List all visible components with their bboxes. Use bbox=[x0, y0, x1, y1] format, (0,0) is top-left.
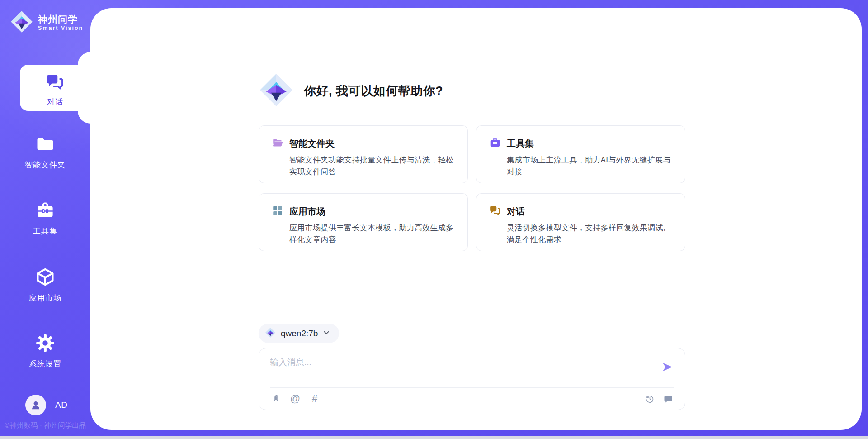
card-title: 对话 bbox=[507, 205, 525, 218]
sidebar-item-settings[interactable]: 系统设置 bbox=[0, 333, 90, 369]
card-description: 智能文件夹功能支持批量文件上传与清洗，轻松实现文件问答 bbox=[272, 154, 455, 178]
brand-diamond-icon bbox=[10, 10, 33, 35]
toolbox-icon bbox=[489, 137, 501, 150]
composer-divider bbox=[270, 387, 674, 388]
model-diamond-icon bbox=[265, 327, 276, 340]
sidebar-item-smart-folder[interactable]: 智能文件夹 bbox=[0, 135, 90, 170]
chat-icon bbox=[46, 72, 65, 93]
message-input[interactable] bbox=[270, 357, 650, 382]
sidebar-item-chat[interactable]: 对话 bbox=[20, 65, 92, 111]
tab-curve-bottom bbox=[78, 111, 90, 124]
sidebar-item-label: 工具集 bbox=[33, 226, 57, 236]
user-account[interactable]: AD bbox=[25, 395, 67, 415]
grid-icon bbox=[272, 205, 283, 218]
toolbox-icon bbox=[35, 201, 55, 222]
chat-bubble-button[interactable] bbox=[662, 393, 674, 405]
user-initials: AD bbox=[55, 400, 67, 410]
brand-subtitle: Smart Vision bbox=[38, 25, 83, 31]
sidebar-item-label: 系统设置 bbox=[29, 359, 61, 369]
folder-open-icon bbox=[272, 137, 283, 150]
sidebar-item-label: 对话 bbox=[47, 97, 63, 107]
tab-curve-top bbox=[78, 52, 90, 65]
attachment-button[interactable] bbox=[270, 393, 282, 405]
sidebar-item-app-market[interactable]: 应用市场 bbox=[0, 267, 90, 303]
hashtag-button[interactable]: # bbox=[309, 393, 321, 405]
chat-icon bbox=[489, 205, 501, 218]
hash-icon: # bbox=[312, 394, 317, 404]
bottom-edge-strip bbox=[0, 436, 868, 439]
at-icon: @ bbox=[290, 394, 300, 404]
assistant-diamond-icon bbox=[259, 72, 294, 110]
card-title: 应用市场 bbox=[289, 205, 326, 218]
card-title: 工具集 bbox=[507, 138, 534, 150]
hero-greeting: 你好, 我可以如何帮助你? bbox=[259, 72, 443, 110]
avatar bbox=[25, 395, 46, 415]
greeting-text: 你好, 我可以如何帮助你? bbox=[304, 83, 443, 99]
card-app-market[interactable]: 应用市场 应用市场提供丰富长文本模板，助力高效生成多样化文章内容 bbox=[259, 193, 468, 251]
card-smart-folder[interactable]: 智能文件夹 智能文件夹功能支持批量文件上传与清洗，轻松实现文件问答 bbox=[259, 125, 468, 183]
copyright-text: ©神州数码 · 神州问学出品 bbox=[5, 421, 90, 430]
gear-icon bbox=[35, 333, 55, 355]
card-toolset[interactable]: 工具集 集成市场上主流工具，助力AI与外界无缝扩展与对接 bbox=[476, 125, 685, 183]
mention-button[interactable]: @ bbox=[289, 393, 301, 405]
feature-cards: 智能文件夹 智能文件夹功能支持批量文件上传与清洗，轻松实现文件问答 工具集 集成… bbox=[259, 125, 685, 251]
app-window: 神州问学 Smart Vision 对话 bbox=[0, 0, 868, 439]
card-description: 集成市场上主流工具，助力AI与外界无缝扩展与对接 bbox=[489, 154, 672, 178]
chevron-down-icon bbox=[323, 329, 330, 338]
send-button[interactable] bbox=[660, 360, 674, 374]
model-name: qwen2:7b bbox=[281, 329, 318, 339]
card-description: 应用市场提供丰富长文本模板，助力高效生成多样化文章内容 bbox=[272, 222, 455, 246]
sidebar: 神州问学 Smart Vision 对话 bbox=[0, 0, 90, 439]
card-title: 智能文件夹 bbox=[289, 138, 335, 150]
brand-logo: 神州问学 Smart Vision bbox=[10, 10, 83, 35]
message-composer: @ # bbox=[259, 348, 685, 410]
brand-name: 神州问学 bbox=[38, 14, 83, 25]
cube-icon bbox=[35, 267, 55, 289]
folder-icon bbox=[35, 135, 55, 156]
sidebar-item-toolset[interactable]: 工具集 bbox=[0, 201, 90, 236]
sidebar-item-label: 智能文件夹 bbox=[25, 160, 66, 170]
card-description: 灵活切换多模型文件，支持多样回复效果调试,满足个性化需求 bbox=[489, 222, 672, 246]
sidebar-item-label: 应用市场 bbox=[29, 293, 61, 303]
card-chat[interactable]: 对话 灵活切换多模型文件，支持多样回复效果调试,满足个性化需求 bbox=[476, 193, 685, 251]
model-selector[interactable]: qwen2:7b bbox=[259, 324, 339, 343]
history-button[interactable] bbox=[644, 393, 656, 405]
